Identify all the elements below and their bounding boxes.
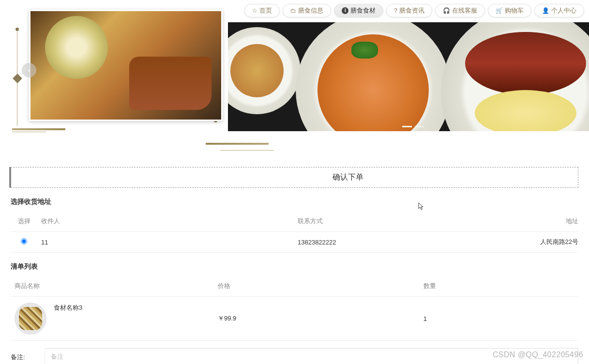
carousel-indicators[interactable] [402,126,424,127]
garnish-image [351,42,378,59]
col-price: 价格 [214,276,420,297]
recipient-cell: 11 [37,232,294,253]
watermark: CSDN @QQ_402205496 [493,350,583,359]
item-price: ￥99.9 [214,297,420,341]
decor-line [206,143,269,145]
table-row: 食材名称3 ￥99.9 1 [11,297,578,341]
col-recipient: 收件人 [37,211,294,232]
confirm-order-header: 确认下单 [11,167,578,188]
table-row: 11 13823822222 人民南路22号 [11,232,578,253]
hero-food-image [29,10,223,121]
address-table: 选择 收件人 联系方式 地址 11 13823822222 人民南路22号 [11,211,578,253]
hero-left-panel: ‹ › [12,10,220,145]
remark-label: 备注: [11,348,45,362]
address-section-title: 选择收货地址 [11,197,578,206]
address-radio[interactable] [21,238,27,244]
item-thumbnail [15,303,46,334]
hero-right-carousel [228,22,589,131]
address-cell: 人民南路22号 [442,232,578,253]
col-qty: 数量 [420,276,578,297]
col-contact: 联系方式 [294,211,442,232]
contact-cell: 13823822222 [294,232,442,253]
col-name: 商品名称 [11,276,214,297]
items-table: 商品名称 价格 数量 食材名称3 ￥99.9 1 [11,276,578,341]
col-select: 选择 [11,211,37,232]
decor-line [12,128,65,130]
decor-line [12,132,46,132]
food-bowl-image [296,22,451,131]
decor-line [17,29,17,126]
item-name: 食材名称3 [54,303,82,312]
col-address: 地址 [442,211,578,232]
decor-line [220,150,273,151]
hero-banner: ‹ › [0,0,589,160]
food-bowl-image [228,27,301,114]
item-qty: 1 [420,297,578,341]
items-section-title: 清单列表 [11,262,578,271]
carousel-prev[interactable]: ‹ [22,63,36,77]
food-bowl-image [441,22,589,131]
confirm-order-label: 确认下单 [332,173,363,181]
